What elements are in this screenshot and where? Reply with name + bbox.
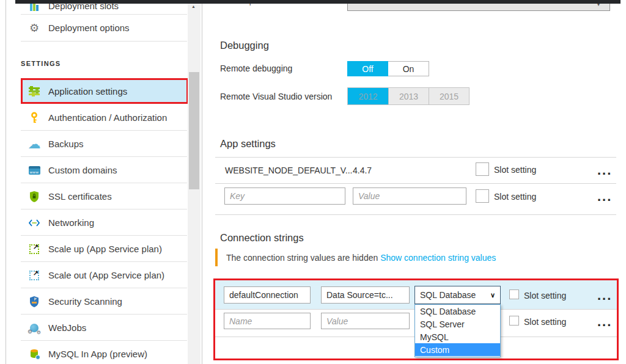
connection-name-input[interactable] (224, 313, 311, 329)
sidebar-scrollbar[interactable]: ▲ (188, 0, 201, 364)
sidebar-item-label: Application settings (48, 86, 127, 96)
sidebar-item-label: Scale up (App Service plan) (48, 244, 162, 254)
scale-up-icon: ↗ (28, 243, 40, 255)
sidebar-item-ssl-certificates[interactable]: SSL certificates (21, 183, 187, 209)
slot-setting-label: Slot setting (524, 291, 566, 300)
network-brackets-icon (28, 217, 40, 229)
connection-strings-heading: Connection strings (220, 232, 304, 244)
row-more-button[interactable]: ... (597, 192, 612, 201)
divider (215, 214, 616, 215)
app-setting-value: 4.4.7 (353, 166, 372, 175)
sidebar-item-label: SSL certificates (48, 191, 112, 202)
settings-sidebar: Deployment slots ⚙ Deployment options SE… (6, 0, 202, 364)
globe-gears-icon: ⚙ ⚙ (28, 322, 40, 334)
sidebar-item-label: Scale out (App Service plan) (48, 270, 164, 280)
vs-2015-button[interactable]: 2015 (429, 88, 469, 104)
top-dark-bar (15, 0, 620, 4)
sidebar-item-label: MySQL In App (preview) (48, 349, 147, 359)
security-shield-icon (28, 296, 40, 308)
vs-2012-button[interactable]: 2012 (348, 88, 388, 104)
sidebar-item-webjobs[interactable]: ⚙ ⚙ WebJobs (21, 315, 187, 341)
sidebar-item-scale-out[interactable]: ↗ Scale out (App Service plan) (21, 262, 187, 288)
connection-strings-notice: The connection string values are hidden … (226, 253, 496, 263)
www-browser-icon: www (28, 164, 40, 177)
row-more-button[interactable]: ... (597, 318, 612, 326)
app-setting-value-input[interactable] (353, 187, 466, 205)
sidebar-item-label: Networking (48, 217, 94, 228)
mysql-database-icon (28, 348, 40, 360)
sliders-icon (28, 85, 40, 97)
connection-type-select[interactable]: SQL Database ∨ (414, 286, 501, 304)
app-setting-key-input[interactable] (224, 187, 345, 205)
show-connection-values-link[interactable]: Show connection string values (380, 253, 496, 263)
connection-value-input[interactable] (321, 286, 410, 304)
notice-text: The connection string values are hidden (226, 253, 378, 263)
chevron-down-icon: ∨ (490, 291, 495, 299)
sidebar-item-authentication[interactable]: Authentication / Authorization (21, 104, 187, 131)
sidebar-item-scale-up[interactable]: ↗ Scale up (App Service plan) (21, 236, 187, 262)
sidebar-item-label: Deployment options (48, 23, 130, 33)
vs-version-group: 2012 2013 2015 (347, 87, 470, 105)
divider (215, 183, 616, 184)
app-settings-heading: App settings (220, 138, 276, 150)
connection-name-input[interactable] (224, 286, 311, 304)
divider (21, 41, 187, 42)
selected-type-value: SQL Database (420, 290, 476, 300)
sidebar-item-application-settings[interactable]: Application settings (21, 78, 188, 104)
sidebar-item-custom-domains[interactable]: www Custom domains (21, 157, 187, 183)
gear-icon: ⚙ (28, 22, 40, 34)
remote-debugging-on-button[interactable]: On (388, 61, 429, 76)
slot-setting-label: Slot setting (494, 165, 536, 175)
connection-type-dropdown-list: SQL Database SQL Server MySQL Custom (414, 304, 501, 357)
notice-accent-bar (215, 249, 218, 266)
sidebar-item-deployment-options[interactable]: ⚙ Deployment options (21, 15, 187, 41)
row-more-button[interactable]: ... (597, 291, 612, 300)
slot-setting-checkbox[interactable] (509, 289, 519, 299)
vs-version-label: Remote Visual Studio version (220, 92, 332, 101)
slot-setting-label: Slot setting (494, 192, 536, 202)
connection-value-input[interactable] (321, 313, 410, 329)
dropdown-option-sql-server[interactable]: SQL Server (415, 318, 500, 330)
scale-out-icon: ↗ (28, 269, 40, 282)
sidebar-item-label: Security Scanning (48, 296, 122, 307)
sidebar-item-label: Authentication / Authorization (48, 112, 167, 123)
slot-setting-checkbox[interactable] (476, 162, 489, 176)
remote-debugging-label: Remote debugging (220, 64, 292, 73)
slot-setting-checkbox[interactable] (509, 316, 519, 326)
sidebar-item-backups[interactable]: ☁ Backups (21, 131, 187, 157)
sidebar-item-label: WebJobs (48, 322, 86, 333)
sidebar-item-label: Backups (48, 139, 84, 149)
app-setting-key: WEBSITE_NODE_DEFAULT_V... (225, 166, 353, 175)
cloud-icon: ☁ (28, 138, 40, 150)
scroll-up-arrow-icon[interactable]: ▲ (191, 4, 196, 9)
debugging-heading: Debugging (220, 40, 269, 51)
dropdown-option-sql-database[interactable]: SQL Database (415, 305, 500, 318)
sidebar-item-security-scanning[interactable]: Security Scanning (21, 288, 187, 315)
key-icon (28, 112, 40, 124)
settings-section-header: SETTINGS (21, 60, 61, 67)
scrollbar-thumb[interactable] (189, 72, 199, 189)
row-more-button[interactable]: ... (597, 166, 612, 175)
slot-setting-label: Slot setting (524, 317, 566, 327)
remote-debugging-toggle: Off On (347, 61, 429, 76)
sidebar-item-mysql-in-app[interactable]: MySQL In App (preview) (21, 341, 187, 364)
sidebar-item-label: Custom domains (48, 165, 117, 175)
vs-2013-button[interactable]: 2013 (388, 88, 429, 104)
slot-setting-checkbox[interactable] (476, 189, 489, 203)
auto-swap-slot-dropdown[interactable]: ▾ (347, 2, 610, 11)
sidebar-item-networking[interactable]: Networking (21, 209, 187, 236)
divider (215, 157, 616, 158)
shield-lock-icon (28, 191, 40, 203)
dropdown-option-custom[interactable]: Custom (415, 343, 500, 356)
remote-debugging-off-button[interactable]: Off (347, 61, 388, 76)
dropdown-option-mysql[interactable]: MySQL (415, 330, 500, 343)
